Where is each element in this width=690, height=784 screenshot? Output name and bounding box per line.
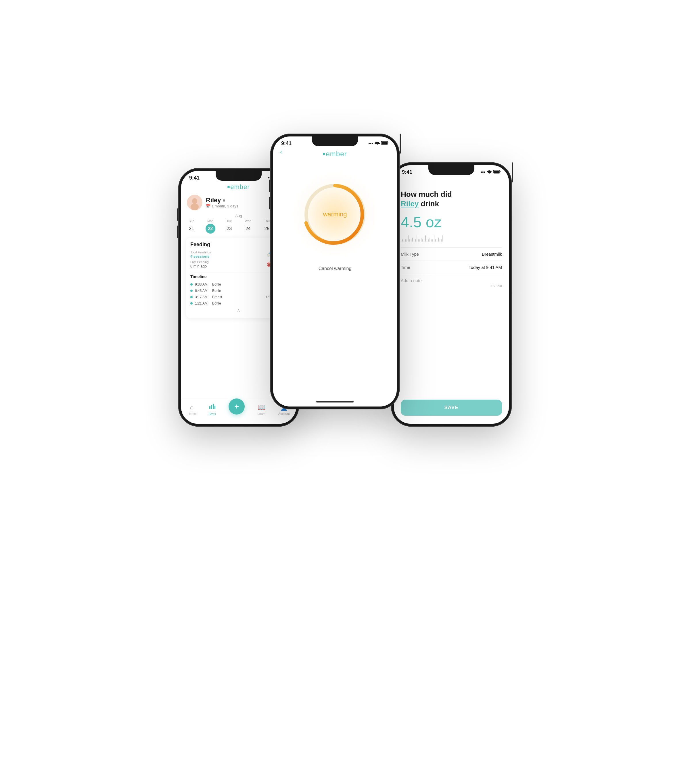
timeline-dot bbox=[190, 302, 193, 305]
wifi-icon-c bbox=[375, 141, 380, 146]
ember-logo-center: ember bbox=[280, 150, 390, 158]
profile-age: 📅 1 month, 3 days bbox=[206, 204, 238, 208]
timeline-dot bbox=[190, 290, 193, 292]
drink-amount: 4.5 oz bbox=[401, 214, 502, 231]
svg-point-4 bbox=[191, 203, 199, 210]
cancel-warming-button[interactable]: Cancel warming bbox=[319, 266, 352, 271]
notch-center bbox=[312, 137, 358, 146]
calendar-icon: 📅 bbox=[206, 204, 210, 208]
warming-label: warming bbox=[323, 211, 347, 218]
warming-circle: warming bbox=[297, 177, 372, 252]
battery-icon-c bbox=[381, 141, 389, 146]
nav-stats[interactable]: Stats bbox=[209, 404, 216, 416]
status-icons-center: ▪▪▪ bbox=[368, 141, 389, 146]
riley-link[interactable]: Riley bbox=[401, 199, 419, 208]
learn-icon: 📖 bbox=[258, 404, 265, 411]
notch-left bbox=[216, 171, 262, 181]
day-mon[interactable]: Mon 22 bbox=[205, 219, 216, 234]
nav-learn[interactable]: 📖 Learn bbox=[258, 404, 266, 415]
day-tue[interactable]: Tue 23 bbox=[223, 219, 235, 234]
save-button[interactable]: SAVE bbox=[401, 400, 502, 416]
total-feedings-stat: Total Feedings 4 sessions bbox=[190, 250, 239, 259]
svg-rect-8 bbox=[215, 406, 215, 409]
stats-icon bbox=[209, 404, 215, 412]
phone-center-screen: 9:41 ▪▪▪ ‹ ember bbox=[273, 137, 397, 407]
profile-name[interactable]: Riley ∨ bbox=[206, 196, 238, 204]
notch-right bbox=[428, 165, 474, 175]
battery-icon-r bbox=[494, 170, 501, 175]
time-left: 9:41 bbox=[189, 175, 200, 181]
timeline-dot bbox=[190, 283, 193, 285]
wifi-icon-r bbox=[487, 170, 492, 175]
time-right: 9:41 bbox=[402, 169, 412, 175]
note-count: 0 / 150 bbox=[401, 284, 502, 288]
phones-container: 9:41 ▪▪▪ ember bbox=[187, 133, 503, 651]
drink-title: How much did Riley drink bbox=[401, 189, 502, 209]
back-button[interactable]: ‹ bbox=[280, 148, 282, 155]
profile-info: Riley ∨ 📅 1 month, 3 days bbox=[206, 196, 238, 208]
stats-label: Stats bbox=[209, 412, 216, 416]
day-wed[interactable]: Wed 24 bbox=[243, 219, 254, 234]
center-header: ‹ ember bbox=[273, 147, 397, 160]
drink-screen: How much did Riley drink 4.5 oz bbox=[394, 175, 509, 298]
time-center: 9:41 bbox=[281, 140, 292, 147]
total-feedings-label-block: Total Feedings 4 sessions bbox=[190, 250, 211, 259]
last-feeding-stat: Last Feeding 8 min ago bbox=[190, 260, 239, 268]
phone-center: 9:41 ▪▪▪ ‹ ember bbox=[270, 133, 399, 409]
note-field[interactable]: Add a note 0 / 150 bbox=[401, 274, 502, 292]
time-row[interactable]: Time Today at 9:41 AM bbox=[401, 261, 502, 274]
drink-fields: Milk Type Breastmilk Time Today at 9:41 … bbox=[401, 247, 502, 292]
warming-section: warming Cancel warming bbox=[273, 160, 397, 283]
svg-point-3 bbox=[192, 198, 197, 204]
svg-rect-7 bbox=[213, 404, 214, 409]
svg-rect-6 bbox=[211, 405, 212, 409]
home-icon: ⌂ bbox=[190, 404, 193, 411]
signal-icon-c: ▪▪▪ bbox=[368, 141, 373, 146]
svg-rect-10 bbox=[382, 142, 387, 144]
fab-add-button[interactable]: + bbox=[229, 399, 245, 415]
phone-right-screen: 9:41 ▪▪▪ How much did Riley drink bbox=[394, 165, 509, 424]
ruler[interactable] bbox=[401, 233, 502, 242]
signal-icon-r: ▪▪▪ bbox=[480, 170, 485, 175]
avatar bbox=[187, 195, 202, 210]
svg-rect-14 bbox=[494, 171, 499, 173]
milk-type-row[interactable]: Milk Type Breastmilk bbox=[401, 248, 502, 261]
chevron-down-icon: ∨ bbox=[222, 198, 226, 203]
home-indicator bbox=[316, 401, 353, 402]
nav-home[interactable]: ⌂ Home bbox=[187, 404, 196, 415]
phone-right: 9:41 ▪▪▪ How much did Riley drink bbox=[391, 162, 512, 427]
timeline-dot bbox=[190, 296, 193, 298]
day-sun[interactable]: Sun 21 bbox=[186, 219, 197, 234]
status-icons-right: ▪▪▪ bbox=[480, 170, 501, 175]
svg-rect-5 bbox=[209, 406, 210, 409]
